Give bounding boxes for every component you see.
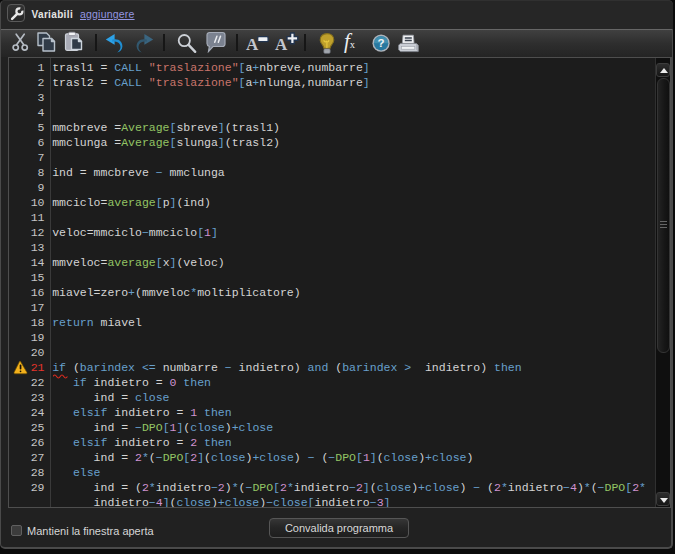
svg-text:?: ? — [378, 37, 385, 49]
